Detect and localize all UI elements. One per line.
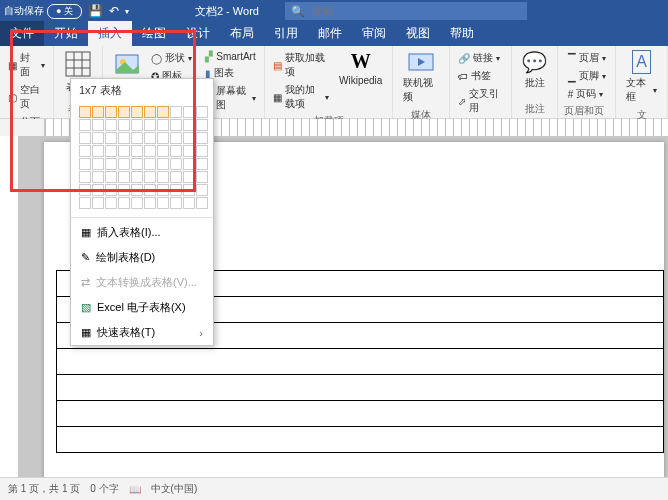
wikipedia-button[interactable]: W Wikipedia bbox=[335, 48, 386, 88]
grid-cell[interactable] bbox=[157, 145, 169, 157]
grid-cell[interactable] bbox=[118, 158, 130, 170]
grid-cell[interactable] bbox=[144, 145, 156, 157]
search-input[interactable] bbox=[309, 4, 521, 18]
grid-cell[interactable] bbox=[131, 132, 143, 144]
grid-cell[interactable] bbox=[118, 197, 130, 209]
cover-page-button[interactable]: ▦封面▾ bbox=[6, 50, 47, 80]
grid-cell[interactable] bbox=[183, 158, 195, 170]
grid-cell[interactable] bbox=[196, 145, 208, 157]
table-row[interactable] bbox=[56, 348, 664, 374]
grid-cell[interactable] bbox=[105, 158, 117, 170]
grid-cell[interactable] bbox=[92, 158, 104, 170]
footer-button[interactable]: ▁页脚▾ bbox=[566, 68, 608, 84]
grid-cell[interactable] bbox=[79, 184, 91, 196]
tab-mailings[interactable]: 邮件 bbox=[308, 21, 352, 46]
table-row[interactable] bbox=[56, 426, 664, 453]
vertical-ruler[interactable] bbox=[0, 136, 19, 478]
grid-cell[interactable] bbox=[118, 106, 130, 118]
tab-references[interactable]: 引用 bbox=[264, 21, 308, 46]
grid-cell[interactable] bbox=[79, 132, 91, 144]
tab-insert[interactable]: 插入 bbox=[88, 21, 132, 46]
my-addins-button[interactable]: ▦我的加载项▾ bbox=[271, 82, 331, 112]
table-row[interactable] bbox=[56, 400, 664, 426]
grid-cell[interactable] bbox=[183, 119, 195, 131]
grid-cell[interactable] bbox=[157, 132, 169, 144]
tab-layout[interactable]: 布局 bbox=[220, 21, 264, 46]
link-button[interactable]: 🔗链接▾ bbox=[456, 50, 506, 66]
grid-cell[interactable] bbox=[131, 145, 143, 157]
online-video-button[interactable]: 联机视频 bbox=[399, 48, 442, 106]
grid-cell[interactable] bbox=[196, 106, 208, 118]
textbox-button[interactable]: A 文本框▾ bbox=[622, 48, 661, 106]
grid-cell[interactable] bbox=[105, 171, 117, 183]
grid-cell[interactable] bbox=[157, 197, 169, 209]
grid-cell[interactable] bbox=[79, 171, 91, 183]
spellcheck-icon[interactable]: 📖 bbox=[129, 484, 141, 495]
grid-cell[interactable] bbox=[170, 145, 182, 157]
grid-cell[interactable] bbox=[170, 106, 182, 118]
grid-cell[interactable] bbox=[157, 171, 169, 183]
grid-cell[interactable] bbox=[170, 197, 182, 209]
tab-draw[interactable]: 绘图 bbox=[132, 21, 176, 46]
grid-cell[interactable] bbox=[118, 132, 130, 144]
grid-cell[interactable] bbox=[144, 184, 156, 196]
grid-cell[interactable] bbox=[118, 119, 130, 131]
status-words[interactable]: 0 个字 bbox=[90, 482, 118, 496]
tab-review[interactable]: 审阅 bbox=[352, 21, 396, 46]
qat-more-icon[interactable]: ▾ bbox=[125, 4, 129, 18]
grid-cell[interactable] bbox=[105, 106, 117, 118]
autosave-switch[interactable]: ● 关 bbox=[47, 4, 82, 19]
grid-cell[interactable] bbox=[118, 171, 130, 183]
undo-icon[interactable]: ↶ bbox=[109, 4, 119, 18]
grid-cell[interactable] bbox=[196, 158, 208, 170]
blank-page-button[interactable]: ▢空白页 bbox=[6, 82, 47, 112]
header-button[interactable]: ▔页眉▾ bbox=[566, 50, 608, 66]
grid-cell[interactable] bbox=[131, 171, 143, 183]
grid-cell[interactable] bbox=[170, 184, 182, 196]
status-page[interactable]: 第 1 页，共 1 页 bbox=[8, 482, 80, 496]
grid-cell[interactable] bbox=[183, 197, 195, 209]
grid-cell[interactable] bbox=[92, 119, 104, 131]
grid-cell[interactable] bbox=[170, 158, 182, 170]
grid-cell[interactable] bbox=[92, 171, 104, 183]
grid-cell[interactable] bbox=[105, 145, 117, 157]
grid-cell[interactable] bbox=[144, 132, 156, 144]
grid-cell[interactable] bbox=[157, 184, 169, 196]
excel-table-item[interactable]: ▧Excel 电子表格(X) bbox=[71, 295, 213, 320]
tab-home[interactable]: 开始 bbox=[44, 21, 88, 46]
grid-cell[interactable] bbox=[79, 145, 91, 157]
search-box[interactable]: 🔍 bbox=[285, 2, 527, 20]
grid-cell[interactable] bbox=[105, 119, 117, 131]
grid-cell[interactable] bbox=[196, 197, 208, 209]
grid-cell[interactable] bbox=[118, 184, 130, 196]
grid-cell[interactable] bbox=[196, 119, 208, 131]
grid-cell[interactable] bbox=[92, 197, 104, 209]
table-size-grid[interactable] bbox=[71, 102, 213, 215]
grid-cell[interactable] bbox=[131, 158, 143, 170]
shapes-button[interactable]: ◯形状▾ bbox=[149, 50, 199, 66]
grid-cell[interactable] bbox=[92, 145, 104, 157]
grid-cell[interactable] bbox=[144, 171, 156, 183]
grid-cell[interactable] bbox=[170, 132, 182, 144]
grid-cell[interactable] bbox=[79, 119, 91, 131]
grid-cell[interactable] bbox=[170, 119, 182, 131]
tab-view[interactable]: 视图 bbox=[396, 21, 440, 46]
grid-cell[interactable] bbox=[196, 171, 208, 183]
grid-cell[interactable] bbox=[105, 184, 117, 196]
bookmark-button[interactable]: 🏷书签 bbox=[456, 68, 506, 84]
pagenum-button[interactable]: #页码▾ bbox=[566, 86, 608, 102]
grid-cell[interactable] bbox=[131, 184, 143, 196]
crossref-button[interactable]: ⬀交叉引用 bbox=[456, 86, 506, 116]
grid-cell[interactable] bbox=[92, 132, 104, 144]
tab-design[interactable]: 设计 bbox=[176, 21, 220, 46]
grid-cell[interactable] bbox=[118, 145, 130, 157]
grid-cell[interactable] bbox=[131, 106, 143, 118]
grid-cell[interactable] bbox=[105, 197, 117, 209]
grid-cell[interactable] bbox=[183, 132, 195, 144]
grid-cell[interactable] bbox=[144, 119, 156, 131]
grid-cell[interactable] bbox=[157, 119, 169, 131]
draw-table-item[interactable]: ✎绘制表格(D) bbox=[71, 245, 213, 270]
grid-cell[interactable] bbox=[79, 158, 91, 170]
tab-file[interactable]: 文件 bbox=[0, 21, 44, 46]
grid-cell[interactable] bbox=[183, 106, 195, 118]
